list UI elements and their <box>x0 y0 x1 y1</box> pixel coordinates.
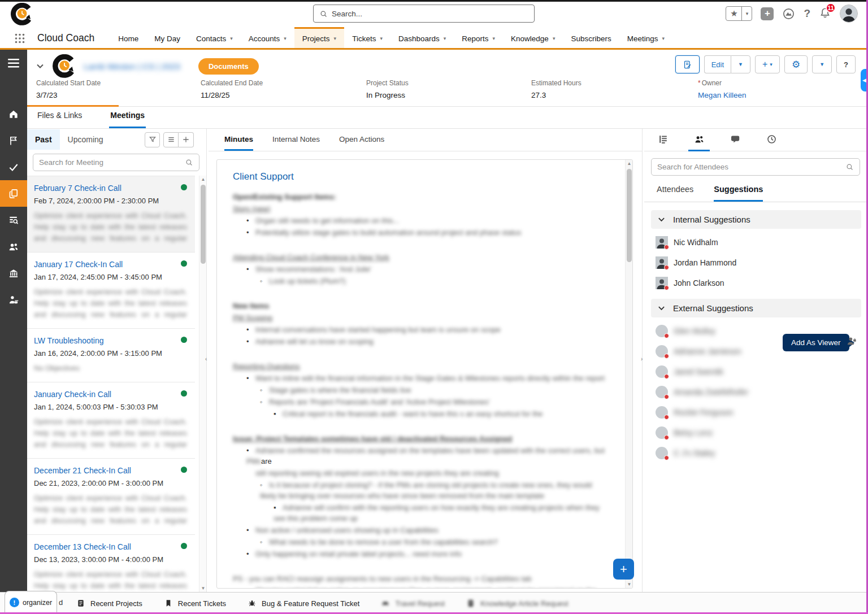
nav-item-my-day[interactable]: My Day <box>146 27 188 48</box>
meeting-title-link[interactable]: December 13 Check-In Call <box>34 542 187 552</box>
scroll-thumb[interactable] <box>201 185 206 264</box>
utility-item-recent-projects[interactable]: Recent Projects <box>76 599 142 608</box>
person-row-redacted-5[interactable]: Rockie Ferguson <box>644 402 868 423</box>
global-add-icon[interactable]: + <box>761 7 774 20</box>
scroll-down-icon[interactable]: ▼ <box>626 581 633 588</box>
favorites-caret-icon[interactable]: ▾ <box>742 7 752 20</box>
record-tab-meetings[interactable]: Meetings <box>109 111 146 128</box>
person-row-redacted-7[interactable]: C J's Staley <box>644 443 868 463</box>
scroll-up-icon[interactable]: ▲ <box>199 176 206 183</box>
app-launcher-icon[interactable] <box>15 33 25 43</box>
meeting-title-link[interactable]: LW Troubleshooting <box>34 336 187 346</box>
add-minutes-fab[interactable]: + <box>613 559 634 580</box>
favorites-group[interactable]: ★ ▾ <box>726 6 752 21</box>
minutes-document[interactable]: Client Support Open/Existing Support Ite… <box>216 159 633 589</box>
person-row-john-clarkson[interactable]: John Clarkson <box>644 273 868 293</box>
organizer-utility[interactable]: ! organizer <box>5 591 57 613</box>
attendees-tab-suggestions[interactable]: Suggestions <box>714 185 763 202</box>
scroll-up-icon[interactable]: ▲ <box>626 160 633 167</box>
edit-button[interactable]: Edit <box>704 55 731 73</box>
sidebar-menu-icon[interactable] <box>8 59 19 68</box>
meeting-card[interactable]: February 7 Check-in CallFeb 7, 2024, 2:0… <box>27 176 195 252</box>
nav-item-knowledge[interactable]: Knowledge▾ <box>503 27 563 48</box>
notifications-bell-icon[interactable]: 11 <box>819 7 831 20</box>
meetings-tab-upcoming[interactable]: Upcoming <box>60 129 111 150</box>
field-value[interactable]: Megan Killeen <box>698 91 747 99</box>
scroll-down-icon[interactable]: ▼ <box>199 585 206 592</box>
attendees-tab-attendees[interactable]: Attendees <box>657 185 693 202</box>
sidebar-item-bank[interactable] <box>0 260 27 286</box>
list-view-button[interactable] <box>163 132 179 147</box>
meeting-title-link[interactable]: February 7 Check-in Call <box>34 183 187 193</box>
person-row-nic-widhalm[interactable]: Nic Widhalm <box>644 232 868 252</box>
attendees-search-input[interactable] <box>657 163 845 171</box>
person-row-jordan-hammond[interactable]: Jordan Hammond <box>644 252 868 273</box>
internal-suggestions-header[interactable]: Internal Suggestions <box>651 210 861 229</box>
user-avatar[interactable] <box>840 5 858 23</box>
nav-item-projects[interactable]: Projects▾ <box>294 27 344 48</box>
meeting-search[interactable] <box>33 154 199 171</box>
attendees-icon-tab-clock[interactable] <box>761 129 782 151</box>
utility-item-travel-request[interactable]: Travel Request <box>381 599 445 608</box>
nav-item-reports[interactable]: Reports▾ <box>454 27 503 48</box>
sidebar-item-documents[interactable] <box>0 180 27 207</box>
person-row-redacted-3[interactable]: Jared Swentik <box>644 362 868 382</box>
meeting-title-link[interactable]: January 17 Check-In Call <box>34 259 187 269</box>
utility-item-bug-feature-request-ticket[interactable]: Bug & Feature Request Ticket <box>248 599 359 608</box>
sidebar-item-kanban-search[interactable] <box>0 207 27 233</box>
meeting-search-input[interactable] <box>39 158 185 167</box>
new-meeting-button[interactable] <box>179 132 194 147</box>
header-help-button[interactable]: ? <box>836 55 856 73</box>
sidebar-item-flag[interactable] <box>0 127 27 154</box>
help-icon[interactable]: ? <box>804 7 810 20</box>
meetings-tab-past[interactable]: Past <box>27 129 60 150</box>
more-dropdown-button[interactable]: ▼ <box>812 55 832 73</box>
nav-item-dashboards[interactable]: Dashboards▾ <box>390 27 454 48</box>
minutes-tab-open-actions[interactable]: Open Actions <box>339 135 384 151</box>
sidebar-item-person-finance[interactable] <box>0 286 27 313</box>
meetings-scrollbar[interactable]: ▲ ▼ <box>199 176 206 592</box>
trailhead-icon[interactable] <box>782 7 795 20</box>
filter-button[interactable] <box>145 132 160 147</box>
project-title-redacted[interactable]: Lamb Weston | CS | 2023 <box>84 62 180 71</box>
attendees-search[interactable] <box>651 158 860 176</box>
nav-item-subscribers[interactable]: Subscribers <box>563 27 619 48</box>
attendees-icon-tab-chat[interactable] <box>724 129 746 151</box>
collapse-left-icon[interactable]: ‹ <box>205 356 207 362</box>
collapse-right-icon[interactable]: › <box>641 356 643 362</box>
meeting-title-link[interactable]: January Check-in Call <box>34 389 187 399</box>
attendees-icon-tab-people[interactable] <box>688 129 710 151</box>
collapse-chevron-icon[interactable] <box>36 62 44 70</box>
minutes-tab-minutes[interactable]: Minutes <box>224 135 253 151</box>
nav-item-contacts[interactable]: Contacts▾ <box>188 27 241 48</box>
external-suggestions-header[interactable]: External Suggestions <box>651 299 861 317</box>
meeting-card[interactable]: December 13 Check-In CallDec 13, 2023, 3… <box>27 535 195 592</box>
documents-badge[interactable]: Documents <box>198 58 259 75</box>
nav-item-tickets[interactable]: Tickets▾ <box>344 27 390 48</box>
scroll-thumb[interactable] <box>627 169 632 262</box>
favorites-star-icon[interactable]: ★ <box>726 7 742 20</box>
person-row-redacted-4[interactable]: Amanda Zwiefelhofer <box>644 382 868 402</box>
nav-item-meetings[interactable]: Meetings▾ <box>619 27 672 48</box>
person-row-redacted-6[interactable]: Betsy Lenz <box>644 423 868 443</box>
sidebar-item-users[interactable] <box>0 233 27 260</box>
global-search-input[interactable] <box>332 10 528 18</box>
person-add-icon[interactable] <box>846 336 857 347</box>
meeting-card[interactable]: LW TroubleshootingJan 16, 2024, 2:00:00 … <box>27 329 195 382</box>
utility-item-knowledge-article-request[interactable]: Knowledge Article Request <box>466 599 568 608</box>
global-search[interactable] <box>313 5 535 23</box>
utility-item-recent-tickets[interactable]: Recent Tickets <box>164 599 226 608</box>
meeting-card[interactable]: January 17 Check-In CallJan 17, 2024, 2:… <box>27 252 195 329</box>
minutes-tab-internal-notes[interactable]: Internal Notes <box>272 135 320 151</box>
meeting-title-link[interactable]: December 21 Check-In Call <box>34 465 187 476</box>
meeting-notes-button[interactable] <box>675 55 700 73</box>
settings-button[interactable]: ⚙ <box>784 55 808 73</box>
sidebar-item-home[interactable] <box>0 101 27 127</box>
record-tab-files-links[interactable]: Files & Links <box>36 111 83 128</box>
add-dropdown-button[interactable]: +▾ <box>755 55 780 73</box>
meeting-card[interactable]: December 21 Check-In CallDec 21, 2023, 2… <box>27 459 195 535</box>
meeting-card[interactable]: January Check-in CallJan 1, 2024, 5:00:0… <box>27 382 195 459</box>
sidebar-item-check[interactable] <box>0 154 27 180</box>
nav-item-accounts[interactable]: Accounts▾ <box>241 27 294 48</box>
edit-dropdown-button[interactable]: ▼ <box>731 55 750 73</box>
